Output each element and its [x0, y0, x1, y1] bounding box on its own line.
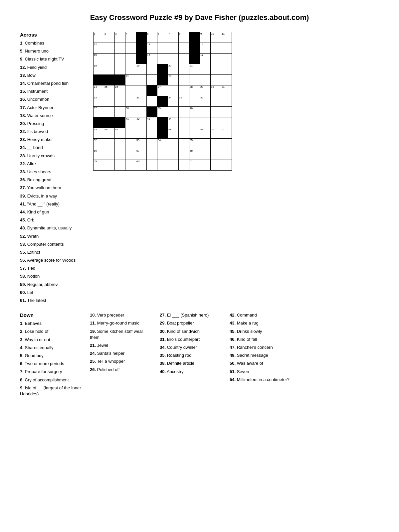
grid-cell	[115, 107, 125, 117]
grid-cell	[200, 75, 211, 85]
grid-cell	[157, 128, 168, 139]
across-clue-item: 24. __ band	[20, 145, 87, 151]
grid-cell	[211, 149, 221, 160]
grid-cell	[125, 160, 136, 171]
clue-item: 3. Way in or out	[20, 337, 83, 343]
grid-cell: 9	[200, 32, 211, 43]
clue-item: 40. Ancestry	[160, 369, 223, 375]
grid-cell	[115, 75, 125, 85]
grid-cell: 31	[221, 85, 232, 96]
grid-cell	[200, 160, 211, 171]
grid-cell: 10	[211, 32, 221, 43]
grid-cell: 56	[94, 149, 104, 160]
grid-cell	[168, 160, 179, 171]
grid-cell	[104, 54, 115, 64]
across-clue-item: 22. It's brewed	[20, 129, 87, 135]
crossword-grid-area: 1234567891011121314151617181920212223242…	[93, 32, 232, 306]
across-clue-item: 32. Afire	[20, 161, 87, 167]
grid-cell: 44	[168, 117, 179, 128]
down-clues-col2: 10. Verb preceder11. Merry-go-round musi…	[90, 312, 156, 399]
grid-cell	[115, 117, 125, 128]
grid-cell	[221, 96, 232, 107]
grid-cell: 46	[104, 128, 115, 139]
grid-cell: 32	[94, 96, 104, 107]
grid-cell	[147, 128, 157, 139]
grid-cell	[179, 64, 189, 75]
grid-cell: 29	[200, 85, 211, 96]
clue-item: 24. Santa's helper	[90, 350, 153, 356]
grid-cell: 4	[125, 32, 136, 43]
grid-cell	[221, 160, 232, 171]
grid-cell	[200, 117, 211, 128]
clue-item: 1. Behaves	[20, 321, 83, 327]
grid-cell	[104, 117, 115, 128]
grid-cell: 57	[136, 149, 147, 160]
grid-cell	[125, 54, 136, 64]
grid-cell	[157, 64, 168, 75]
grid-cell	[179, 85, 189, 96]
clue-item: 7. Prepare for surgery	[20, 369, 83, 375]
grid-cell: 34	[168, 96, 179, 107]
grid-cell	[211, 96, 221, 107]
page-title: Easy Crossword Puzzle #9 by Dave Fisher …	[20, 13, 379, 22]
grid-cell: 41	[125, 117, 136, 128]
grid-cell: 37	[94, 107, 104, 117]
across-clue-item: 53. Computer contents	[20, 241, 87, 247]
across-clue-item: 56. Average score for Woods	[20, 257, 87, 263]
grid-cell	[221, 139, 232, 149]
grid-cell	[115, 54, 125, 64]
across-clue-item: 61. The latest	[20, 298, 87, 304]
across-clue-item: 57. Tied	[20, 265, 87, 271]
grid-cell	[104, 64, 115, 75]
grid-cell: 47	[115, 128, 125, 139]
grid-cell	[147, 64, 157, 75]
grid-cell	[147, 107, 157, 117]
grid-cell: 19	[136, 64, 147, 75]
grid-cell: 55	[189, 139, 200, 149]
down-clues-col1: Down 1. Behaves2. Lose hold of3. Way in …	[20, 312, 87, 399]
grid-cell	[211, 160, 221, 171]
clue-item: 34. Country dweller	[160, 344, 223, 350]
clue-item: 51. Seven __	[230, 369, 293, 375]
grid-cell: 17	[200, 54, 211, 64]
grid-cell: 40	[189, 107, 200, 117]
grid-cell	[115, 139, 125, 149]
clue-item: 19. Some kitchen staff wear them	[90, 329, 153, 340]
bottom-clues-area: Down 1. Behaves2. Lose hold of3. Way in …	[20, 312, 379, 399]
grid-cell	[136, 85, 147, 96]
grid-cell: 33	[136, 96, 147, 107]
grid-cell	[221, 75, 232, 85]
grid-cell: 2	[104, 32, 115, 43]
across-clue-item: 16. Uncommon	[20, 96, 87, 102]
grid-cell	[147, 139, 157, 149]
across-clue-item: 17. Actor Brynner	[20, 105, 87, 111]
clue-item: 38. Definite article	[160, 360, 223, 366]
grid-cell	[200, 107, 211, 117]
grid-cell	[125, 85, 136, 96]
grid-cell	[189, 54, 200, 64]
grid-cell: 1	[94, 32, 104, 43]
grid-cell	[211, 43, 221, 54]
grid-cell	[157, 75, 168, 85]
grid-cell	[115, 149, 125, 160]
across-clue-item: 23. Honey maker	[20, 137, 87, 143]
grid-cell: 54	[157, 139, 168, 149]
crossword-table: 1234567891011121314151617181920212223242…	[93, 32, 232, 171]
grid-cell	[147, 160, 157, 171]
grid-cell	[115, 64, 125, 75]
across-clue-item: 5. Numero uno	[20, 48, 87, 54]
grid-cell	[115, 96, 125, 107]
grid-cell: 59	[94, 160, 104, 171]
grid-cell	[179, 149, 189, 160]
grid-cell: 8	[179, 32, 189, 43]
down-clues-col3: 27. El ___ (Spanish hero)29. Boat propel…	[160, 312, 226, 399]
clue-item: 46. Kind of fall	[230, 336, 293, 342]
grid-cell	[179, 107, 189, 117]
grid-cell	[211, 54, 221, 64]
grid-cell	[168, 54, 179, 64]
grid-cell: 15	[94, 54, 104, 64]
across-clue-item: 60. Let	[20, 290, 87, 296]
grid-cell: 28	[189, 85, 200, 96]
clue-item: 42. Command	[230, 312, 293, 318]
grid-cell: 16	[147, 54, 157, 64]
